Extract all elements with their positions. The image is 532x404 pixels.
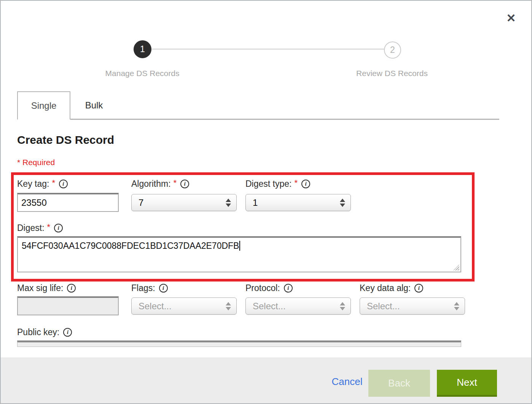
- key-data-alg-label: Key data alg: i: [360, 282, 423, 294]
- algorithm-select[interactable]: 7: [131, 194, 237, 211]
- cancel-button[interactable]: Cancel: [325, 358, 369, 404]
- select-arrows-icon: [226, 302, 231, 310]
- digest-type-select-value: 1: [246, 197, 340, 208]
- page-title: Create DS Record: [17, 134, 114, 146]
- public-key-label: Public key: i: [17, 326, 72, 338]
- digest-label: Digest: * i: [17, 222, 63, 234]
- required-asterisk: *: [174, 178, 177, 188]
- tab-underline: [70, 119, 499, 120]
- required-asterisk: *: [52, 178, 55, 188]
- select-arrows-icon: [226, 199, 231, 207]
- select-arrows-icon: [340, 199, 345, 207]
- protocol-label: Protocol: i: [245, 282, 293, 294]
- digest-type-select[interactable]: 1: [245, 194, 351, 211]
- digest-value: 54FCF030AA1C79C0088FDEC1BD1C37DAA2E70DFB: [22, 241, 240, 251]
- info-icon-glyph: i: [184, 181, 186, 187]
- required-asterisk: *: [47, 222, 51, 232]
- max-sig-life-input[interactable]: [17, 296, 119, 315]
- tab-single[interactable]: Single: [17, 91, 70, 119]
- info-icon-glyph: i: [67, 329, 68, 335]
- create-ds-record-dialog: ✕ 1 2 Manage DS Records Review DS Record…: [0, 0, 532, 404]
- info-icon[interactable]: i: [180, 180, 189, 188]
- digest-type-label-text: Digest type:: [245, 179, 291, 189]
- tab-bulk[interactable]: Bulk: [71, 91, 117, 119]
- algorithm-label-text: Algorithm:: [131, 179, 171, 189]
- stepper-step-2-label: Review DS Records: [335, 69, 449, 78]
- close-icon[interactable]: ✕: [503, 10, 519, 26]
- info-icon[interactable]: i: [284, 284, 293, 293]
- stepper-step-1: 1: [134, 40, 151, 58]
- select-arrows-icon: [340, 302, 345, 310]
- flags-select-value: Select...: [132, 301, 226, 312]
- max-sig-life-label: Max sig life: i: [17, 282, 76, 294]
- stepper-step-1-label: Manage DS Records: [85, 69, 199, 78]
- key-data-alg-select-value: Select...: [360, 301, 454, 312]
- required-note: * Required: [17, 158, 55, 167]
- info-icon[interactable]: i: [59, 180, 68, 188]
- flags-label: Flags: i: [131, 282, 168, 294]
- algorithm-label: Algorithm: * i: [131, 178, 189, 190]
- info-icon-glyph: i: [58, 225, 59, 231]
- protocol-select-value: Select...: [246, 301, 340, 312]
- select-arrows-icon: [454, 302, 459, 310]
- key-tag-label-text: Key tag:: [17, 179, 49, 189]
- flags-label-text: Flags:: [131, 283, 155, 293]
- info-icon-glyph: i: [305, 181, 306, 187]
- stepper-connector-line: [152, 49, 385, 49]
- stepper-step-2: 2: [384, 41, 401, 59]
- info-icon-glyph: i: [287, 285, 289, 291]
- key-tag-label: Key tag: * i: [17, 178, 68, 190]
- key-data-alg-select[interactable]: Select...: [360, 297, 465, 315]
- next-button[interactable]: Next: [437, 370, 497, 397]
- info-icon-glyph: i: [418, 285, 420, 291]
- digest-textarea[interactable]: 54FCF030AA1C79C0088FDEC1BD1C37DAA2E70DFB: [17, 236, 461, 272]
- protocol-select[interactable]: Select...: [245, 297, 351, 315]
- protocol-label-text: Protocol:: [245, 283, 280, 293]
- info-icon[interactable]: i: [159, 284, 168, 293]
- dialog-footer: Cancel Back Next: [1, 358, 532, 404]
- flags-select[interactable]: Select...: [131, 297, 237, 315]
- info-icon[interactable]: i: [54, 224, 63, 232]
- info-icon[interactable]: i: [301, 180, 310, 188]
- back-button[interactable]: Back: [368, 370, 430, 397]
- key-data-alg-label-text: Key data alg:: [360, 283, 411, 293]
- max-sig-life-label-text: Max sig life:: [17, 283, 63, 293]
- required-asterisk: *: [294, 178, 298, 188]
- info-icon-glyph: i: [71, 285, 72, 291]
- digest-type-label: Digest type: * i: [245, 178, 310, 190]
- algorithm-select-value: 7: [132, 197, 226, 208]
- info-icon-glyph: i: [162, 285, 164, 291]
- digest-label-text: Digest:: [17, 223, 45, 233]
- info-icon[interactable]: i: [414, 284, 423, 293]
- key-tag-input[interactable]: [17, 193, 119, 212]
- public-key-textarea[interactable]: [17, 340, 461, 347]
- public-key-label-text: Public key:: [17, 327, 59, 337]
- info-icon[interactable]: i: [63, 328, 72, 337]
- info-icon-glyph: i: [62, 181, 64, 187]
- resize-handle-icon[interactable]: [453, 264, 459, 270]
- info-icon[interactable]: i: [67, 284, 76, 293]
